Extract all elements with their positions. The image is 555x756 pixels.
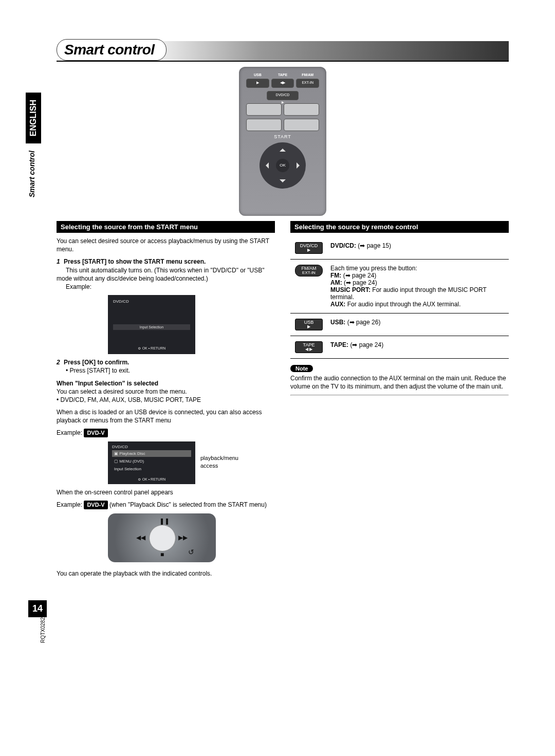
section-title: Smart control [57, 39, 166, 61]
key-tape: TAPE◀ ▶ [295, 341, 323, 353]
osd1-return: ⭘ OK • RETURN [108, 346, 195, 350]
remote-btn-blank2 [284, 103, 319, 116]
left-footer-text: You can operate the playback with the in… [57, 569, 275, 578]
remote-btn-blank3 [246, 119, 282, 131]
osd2-title: DVD/CD [112, 445, 191, 449]
disc-loaded-text: When a disc is loaded or an USB device i… [57, 408, 275, 425]
sidebar: ENGLISH Smart control [26, 93, 46, 606]
example2-line: Example: DVD-V [57, 429, 275, 437]
osd2-row-input: Input Selection [112, 466, 191, 472]
page-number: 14 [28, 600, 47, 617]
note-badge: Note [290, 365, 313, 372]
stop-icon: ■ [160, 551, 164, 558]
arrow-up-icon [280, 145, 286, 152]
osd1-title: DVD/CD [113, 299, 190, 304]
osd-screen-1: DVD/CD Input Selection ⭘ OK • RETURN [108, 295, 195, 354]
right-section-header: Selecting the source by remote control [290, 221, 509, 233]
dvd-v-badge: DVD-V [84, 429, 107, 437]
remote-start-label: START [245, 134, 320, 139]
dvd-v-badge-2: DVD-V [84, 501, 107, 509]
osd2-row-playback: ▣ Playback Disc [112, 450, 191, 457]
arrow-down-icon [280, 179, 286, 186]
after-example-line: Example: DVD-V (when "Playback Disc" is … [57, 501, 275, 509]
osd2-row-menu: ▢ MENU (DVD) [112, 458, 191, 465]
fastforward-icon: ▶▶ [178, 534, 188, 541]
input-selection-block: When "Input Selection" is selected You c… [57, 379, 275, 404]
table-row: FM/AMEXT-IN Each time you press the butt… [290, 260, 509, 314]
section-title-bar: Smart control [57, 41, 509, 62]
osd2-return: ⭘ OK • RETURN [112, 477, 191, 481]
right-column: Selecting the source by remote control D… [290, 221, 509, 582]
after-text-1: When the on-screen control panel appears [57, 488, 275, 496]
table-row: TAPE◀ ▶ TAPE: (➡ page 24) [290, 336, 509, 359]
remote-btn-dvdcd: DVD/CD▶ [267, 91, 299, 100]
doc-code: RQTX0282 [40, 617, 46, 643]
remote-illustration: USB TAPE FM/AM ▶ ◀▶ EXT-IN DVD/CD▶ START… [239, 67, 326, 216]
left-section-header: Selecting the source from the START menu [57, 221, 275, 233]
control-panel-illustration: ❚❚ ◀◀ ▶▶ ■ ↺ [108, 513, 216, 562]
remote-label-usb: USB [245, 73, 270, 77]
dpad-icon [149, 525, 176, 551]
remote-ok-button: OK [276, 159, 289, 172]
key-usb: USB▶ [295, 319, 323, 330]
key-dvdcd: DVD/CD▶ [295, 242, 323, 254]
note-block: Note Confirm the audio connection to the… [290, 365, 509, 396]
remote-label-fmam: FM/AM [295, 73, 320, 77]
side-label: Smart control [26, 149, 38, 199]
source-table: DVD/CD▶ DVD/CD: (➡ page 15) FM/AMEXT-IN … [290, 237, 509, 359]
note-body: Confirm the audio connection to the AUX … [290, 374, 509, 391]
arrow-right-icon [297, 162, 303, 169]
step-2: 2 Press [OK] to confirm. Press [START] t… [57, 358, 275, 375]
remote-btn-usb: ▶ [246, 79, 269, 88]
language-tab: ENGLISH [26, 93, 41, 143]
remote-dpad: OK [260, 142, 306, 189]
left-intro: You can select desired source or access … [57, 237, 275, 253]
remote-label-tape: TAPE [270, 73, 295, 77]
remote-btn-blank4 [284, 119, 319, 131]
remote-btn-tape: ◀▶ [271, 79, 294, 88]
step-1: 1 Press [START] to show the START menu s… [57, 257, 275, 291]
left-column: Selecting the source from the START menu… [57, 221, 275, 582]
callout-playback-access: playback/menu access [200, 454, 247, 469]
return-icon: ↺ [188, 548, 194, 556]
remote-btn-blank1 [246, 103, 282, 116]
remote-btn-extin: EXT-IN [296, 79, 319, 88]
table-row: USB▶ USB: (➡ page 26) [290, 314, 509, 336]
pause-icon: ❚❚ [159, 518, 170, 525]
key-fmam-extin: FM/AMEXT-IN [295, 265, 323, 276]
rewind-icon: ◀◀ [136, 534, 145, 541]
arrow-left-icon [263, 162, 269, 169]
table-row: DVD/CD▶ DVD/CD: (➡ page 15) [290, 237, 509, 260]
osd-screen-2: DVD/CD ▣ Playback Disc ▢ MENU (DVD) Inpu… [108, 441, 195, 484]
osd1-highlight: Input Selection [113, 324, 190, 330]
